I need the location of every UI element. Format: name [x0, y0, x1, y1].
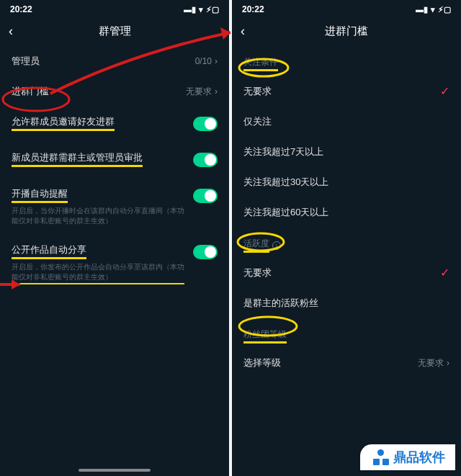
- approve-toggle[interactable]: [193, 153, 218, 167]
- nav-header-right: ‹ 进群门槛: [232, 16, 461, 46]
- chevron-icon: ›: [447, 358, 449, 368]
- threshold-label: 进群门槛: [12, 85, 186, 98]
- row-threshold[interactable]: 进群门槛 无要求 ›: [0, 76, 229, 107]
- auto-share-label: 公开作品自动分享: [12, 243, 86, 259]
- chevron-icon: ›: [215, 56, 218, 66]
- active-none[interactable]: 无要求 ✓: [232, 257, 461, 288]
- watermark-logo-icon: [373, 449, 389, 465]
- status-bar: 20:22 ▬▮▾⚡︎▢: [0, 0, 229, 16]
- opt-30days[interactable]: 关注我超过30天以上: [232, 167, 461, 197]
- auto-share-desc: 开启后，你发布的公开作品会自动分享至该群内（本功能仅对非私密账号的群主生效）: [12, 262, 184, 284]
- page-title-left: 群管理: [99, 24, 131, 38]
- status-icons: ▬▮▾⚡︎▢: [416, 5, 451, 14]
- chevron-icon: ›: [215, 86, 218, 96]
- live-remind-toggle[interactable]: [193, 189, 218, 203]
- check-icon: ✓: [440, 266, 449, 279]
- opt-60days[interactable]: 关注我超过60天以上: [232, 197, 461, 228]
- threshold-value: 无要求: [186, 86, 212, 98]
- auto-share-toggle[interactable]: [193, 245, 218, 259]
- check-icon: ✓: [440, 84, 449, 98]
- opt-none[interactable]: 无要求 ✓: [232, 76, 461, 107]
- invite-toggle[interactable]: [193, 117, 218, 131]
- status-time: 20:22: [242, 4, 264, 14]
- row-select-level[interactable]: 选择等级 无要求 ›: [232, 348, 461, 378]
- home-indicator: [79, 469, 151, 472]
- phone-left: 20:22 ▬▮▾⚡︎▢ ‹ 群管理 管理员 0/10 › 进群门槛 无要求 ›…: [0, 0, 229, 476]
- back-icon[interactable]: ‹: [9, 24, 13, 39]
- row-invite: 允许群成员邀请好友进群: [0, 107, 229, 143]
- phone-right: 20:22 ▬▮▾⚡︎▢ ‹ 进群门槛 关注条件 无要求 ✓ 仅关注 关注我超过…: [232, 0, 461, 476]
- status-bar: 20:22 ▬▮▾⚡︎▢: [232, 0, 461, 16]
- approve-label: 新成员进群需群主或管理员审批: [12, 151, 143, 167]
- opt-only-follow[interactable]: 仅关注: [232, 107, 461, 137]
- row-admin[interactable]: 管理员 0/10 ›: [0, 46, 229, 76]
- live-remind-label: 开播自动提醒: [12, 187, 68, 203]
- admin-value: 0/10: [195, 56, 212, 66]
- row-live-remind: 开播自动提醒 开启后，当你开播时会在该群内自动分享直播间（本功能仅对非私密账号的…: [0, 179, 229, 235]
- back-icon[interactable]: ‹: [241, 24, 245, 39]
- opt-7days[interactable]: 关注我超过7天以上: [232, 137, 461, 167]
- page-title-right: 进群门槛: [325, 24, 368, 38]
- section-active: 活跃度 i: [232, 228, 461, 257]
- section-level: 粉丝团等级: [232, 318, 461, 348]
- row-approve: 新成员进群需群主或管理员审批: [0, 143, 229, 179]
- section-follow: 关注条件: [232, 46, 461, 76]
- admin-label: 管理员: [12, 55, 195, 68]
- watermark: 鼎品软件: [360, 444, 455, 470]
- watermark-text: 鼎品软件: [393, 449, 445, 466]
- info-icon[interactable]: i: [272, 241, 281, 250]
- row-auto-share: 公开作品自动分享 开启后，你发布的公开作品会自动分享至该群内（本功能仅对非私密账…: [0, 235, 229, 293]
- status-time: 20:22: [10, 4, 32, 14]
- status-icons: ▬▮▾⚡︎▢: [184, 5, 219, 14]
- nav-header-left: ‹ 群管理: [0, 16, 229, 46]
- invite-label: 允许群成员邀请好友进群: [12, 115, 115, 131]
- live-remind-desc: 开启后，当你开播时会在该群内自动分享直播间（本功能仅对非私密账号的群主生效）: [12, 206, 184, 226]
- active-fan[interactable]: 是群主的活跃粉丝: [232, 288, 461, 318]
